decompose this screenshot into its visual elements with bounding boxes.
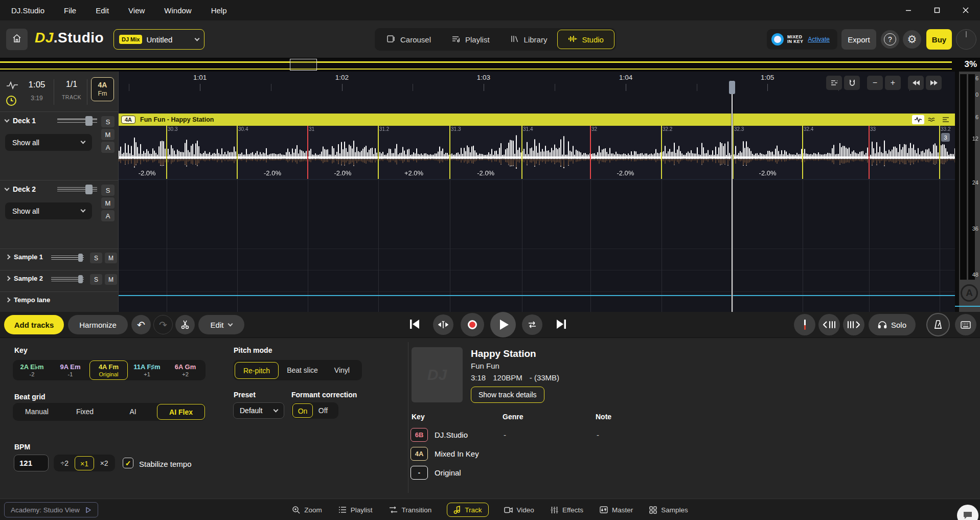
timeline-area[interactable]: 1:011:021:031:041:05 − + 4A Fun Fun - Ha… xyxy=(119,72,955,312)
tab-track[interactable]: Track xyxy=(447,503,488,517)
waveform-view-icon[interactable] xyxy=(912,115,924,124)
deck2-header[interactable]: Deck 2 xyxy=(5,185,36,193)
tab-library[interactable]: Library xyxy=(500,30,558,49)
export-button[interactable]: Export xyxy=(841,29,876,50)
sample2-solo-button[interactable]: S xyxy=(90,274,102,285)
playhead[interactable] xyxy=(732,81,733,312)
deck1-volume-slider[interactable] xyxy=(57,118,97,124)
tab-studio[interactable]: Studio xyxy=(557,30,614,49)
deck2-automation-button[interactable]: A xyxy=(101,210,115,221)
beatgrid-manual[interactable]: Manual xyxy=(13,404,61,420)
deck1-show-all-dropdown[interactable]: Show all xyxy=(5,134,92,151)
tab-samples[interactable]: Samples xyxy=(648,504,689,516)
tab-transition[interactable]: Transition xyxy=(388,504,433,516)
keyboard-shortcuts-button[interactable] xyxy=(955,314,976,335)
deck2-volume-slider[interactable] xyxy=(57,186,97,193)
buy-button[interactable]: Buy xyxy=(926,29,952,50)
key-badge-mixedinkey[interactable]: 4A xyxy=(411,447,428,461)
key-badge-djstudio[interactable]: 6B xyxy=(411,428,428,442)
deck2-mute-button[interactable]: M xyxy=(101,197,115,209)
menu-file[interactable]: File xyxy=(64,6,76,15)
menu-window[interactable]: Window xyxy=(164,6,191,15)
tab-effects[interactable]: Effects xyxy=(550,504,584,516)
edit-dropdown[interactable]: Edit xyxy=(198,315,244,334)
formant-on[interactable]: On xyxy=(292,403,313,418)
redo-button[interactable]: ↷ xyxy=(153,315,173,334)
pitch-beat-slice[interactable]: Beat slice xyxy=(279,362,326,379)
key-option-2a[interactable]: 2A E♭m-2 xyxy=(13,360,51,380)
tempo-automation-line[interactable] xyxy=(119,295,955,296)
skip-to-end-button[interactable] xyxy=(555,318,568,333)
autogain-icon[interactable]: A xyxy=(961,284,978,302)
sample2-mute-button[interactable]: M xyxy=(105,274,117,285)
project-selector[interactable]: DJ Mix Untitled xyxy=(113,29,204,50)
maximize-button[interactable] xyxy=(923,0,951,20)
zoom-out-button[interactable]: − xyxy=(867,76,883,90)
show-track-details-button[interactable]: Show track details xyxy=(471,387,544,403)
beatgrid-ai-flex[interactable]: AI Flex xyxy=(157,404,205,420)
pitch-vinyl[interactable]: Vinyl xyxy=(326,362,358,379)
waveform-lane[interactable]: 30.330.43131.231.331.43232.232.332.43333… xyxy=(119,126,955,180)
record-button[interactable] xyxy=(461,313,484,336)
split-button[interactable] xyxy=(175,315,195,334)
mix-overview-strip[interactable]: 3% xyxy=(0,58,980,72)
snap-magnet-button[interactable] xyxy=(844,76,860,90)
menu-app[interactable]: DJ.Studio xyxy=(11,6,44,15)
loop-button[interactable] xyxy=(522,314,542,335)
sample2-header[interactable]: Sample 2 xyxy=(6,275,43,282)
fast-forward-button[interactable] xyxy=(926,76,942,90)
rewind-button[interactable] xyxy=(908,76,924,90)
key-option-6a[interactable]: 6A Gm+2 xyxy=(166,360,204,380)
key-option-11a[interactable]: 11A F♯m+1 xyxy=(128,360,166,380)
formant-off[interactable]: Off xyxy=(313,403,333,418)
overview-viewport-selector[interactable] xyxy=(290,59,317,71)
beatgrid-fixed[interactable]: Fixed xyxy=(61,404,109,420)
home-button[interactable] xyxy=(6,29,28,50)
key-badge-original[interactable]: - xyxy=(411,466,428,480)
tempo-lane-header[interactable]: Tempo lane xyxy=(6,296,50,304)
deck2-show-all-dropdown[interactable]: Show all xyxy=(5,202,92,219)
minimize-button[interactable] xyxy=(894,0,923,20)
sample1-mute-button[interactable]: M xyxy=(105,253,117,263)
settings-button[interactable]: ⚙ xyxy=(903,30,921,49)
stabilize-tempo-checkbox[interactable]: ✓ xyxy=(123,458,133,468)
deck1-header[interactable]: Deck 1 xyxy=(5,117,36,125)
track-clip-header[interactable]: 4A Fun Fun - Happy Station xyxy=(119,114,955,126)
bpm-x1[interactable]: ×1 xyxy=(75,456,95,470)
skip-to-start-button[interactable] xyxy=(408,318,421,333)
bpm-input[interactable] xyxy=(14,455,49,471)
avatar[interactable] xyxy=(956,29,976,50)
tab-zoom[interactable]: Zoom xyxy=(291,503,323,516)
close-button[interactable] xyxy=(951,0,980,20)
preset-dropdown[interactable]: Default xyxy=(233,402,284,419)
activate-link[interactable]: Activate xyxy=(808,36,830,43)
cue-marker-button[interactable] xyxy=(794,314,815,335)
tab-playlist-bottom[interactable]: Playlist xyxy=(337,504,374,516)
next-transition-button[interactable] xyxy=(843,314,864,335)
playhead-handle[interactable] xyxy=(729,81,735,94)
jump-to-playhead-button[interactable] xyxy=(433,314,453,335)
play-button[interactable] xyxy=(490,312,516,337)
solo-button[interactable]: Solo xyxy=(869,314,916,335)
help-button[interactable]: ? xyxy=(881,30,899,49)
tab-master[interactable]: Master xyxy=(599,504,634,516)
pitch-repitch[interactable]: Re-pitch xyxy=(235,362,279,379)
automation-view-button[interactable] xyxy=(826,76,842,90)
key-option-9a[interactable]: 9A Em-1 xyxy=(51,360,89,380)
slider-thumb[interactable] xyxy=(78,275,83,283)
deck1-mute-button[interactable]: M xyxy=(101,129,115,140)
previous-transition-button[interactable] xyxy=(818,314,840,335)
bpm-half[interactable]: ÷2 xyxy=(55,456,75,470)
metronome-button[interactable] xyxy=(926,313,950,336)
key-option-4a[interactable]: 4A FmOriginal xyxy=(89,360,128,380)
lyrics-view-icon[interactable] xyxy=(940,115,952,124)
beatgrid-ai[interactable]: AI xyxy=(109,404,157,420)
slider-thumb[interactable] xyxy=(78,254,83,262)
sample1-volume-slider[interactable] xyxy=(51,255,84,260)
deck1-solo-button[interactable]: S xyxy=(101,116,115,127)
menu-edit[interactable]: Edit xyxy=(96,6,109,15)
tab-video[interactable]: Video xyxy=(503,504,535,516)
sample1-header[interactable]: Sample 1 xyxy=(6,253,43,261)
sample1-solo-button[interactable]: S xyxy=(90,253,102,263)
harmonic-view-icon[interactable] xyxy=(926,115,938,124)
